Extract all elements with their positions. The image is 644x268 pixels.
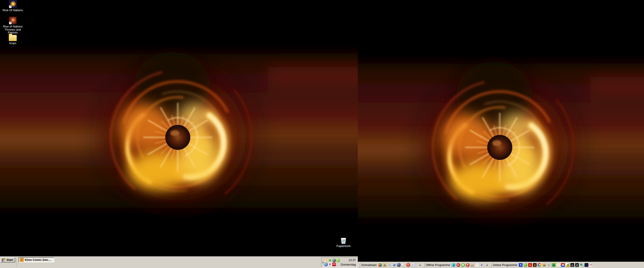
folder-window-icon[interactable]: ▦	[383, 263, 386, 267]
toolbar-online-programme: Online Programme ϟ⇊e✽ω@◆☞☻✎◎∩∿V2	[490, 263, 643, 268]
toolbar-label: Online Programme	[493, 263, 517, 267]
desktop-icon-label: Papierkorb	[336, 245, 350, 248]
monitor-right: Schnellstart ▦∴e◗♪◖✉ » Offline Programme…	[358, 0, 644, 268]
toolbar-grip[interactable]	[359, 263, 360, 267]
tray-row-2: ◠KATi	[324, 263, 340, 266]
red-download-box-icon[interactable]: ⇊	[528, 263, 532, 267]
rise-of-nations-tp-icon: ↗	[9, 17, 16, 24]
network-globe-tray-icon[interactable]: ◠	[324, 263, 328, 266]
windows-flag-icon	[2, 258, 5, 262]
flag-quad-blue	[2, 260, 4, 262]
start-button[interactable]: Start	[1, 257, 15, 263]
toolbar-label: Schnellstart	[361, 263, 376, 267]
monkey-ring-icon[interactable]: ω	[542, 263, 546, 267]
folder-icon	[9, 35, 17, 41]
system-tray: « ◔✽✓ ◠KATi 13:37 Donnerstag	[321, 257, 357, 267]
toolbar-offline-programme: Offline Programme ƒ⊕df♨✎✈ »	[423, 263, 490, 268]
taskbar-left: Start # Kims Comic-Zeichenk... « ◔✽✓ ◠KA…	[0, 257, 358, 268]
music-note-icon[interactable]: ♪	[402, 263, 406, 267]
recycle-arrows-icon: ↺	[342, 239, 345, 242]
teamspeak-headset-icon[interactable]: ∩	[575, 263, 579, 267]
molecule-spheres-icon[interactable]	[580, 263, 584, 267]
toolbar-grip[interactable]	[490, 263, 492, 267]
monitor-left: ↗ Rise Of Nations ↗ Rise of Nations Thro…	[0, 0, 358, 268]
taskbar-separator	[16, 257, 17, 267]
dreamweaver-icon[interactable]: d	[461, 263, 465, 267]
recycle-bin-icon: ↺	[340, 237, 346, 244]
red-blue-mascot-icon[interactable]: ☻	[561, 263, 565, 267]
paint-brush-icon[interactable]: ✎	[475, 263, 479, 267]
ati-tray-icon[interactable]: ATi	[332, 263, 336, 266]
toolbar-overflow-chevron[interactable]: »	[486, 263, 488, 267]
v2-icon[interactable]: V2	[589, 263, 593, 267]
tray-overflow-chevron[interactable]: «	[322, 261, 324, 264]
internet-explorer-icon[interactable]: e	[392, 263, 396, 267]
icq-flower-tray-icon[interactable]: ✽	[328, 259, 332, 262]
scheduler-clock-tray-icon[interactable]: ◔	[324, 259, 328, 262]
start-label: Start	[6, 258, 13, 262]
tank-game-icon[interactable]: ♨	[470, 263, 474, 267]
tray-clock[interactable]: 13:37 Donnerstag	[341, 258, 356, 267]
flame-wallpaper-left	[0, 0, 358, 268]
pinwheel-flower-icon[interactable]: ✽	[538, 263, 541, 267]
tray-row-1: ◔✽✓	[324, 259, 340, 262]
gray-swirl-icon[interactable]: @	[547, 263, 551, 267]
kazaa-diamond-icon[interactable]: ◆	[552, 263, 556, 267]
app-icon: #	[20, 258, 24, 262]
toolbar-overflow-chevron[interactable]: »	[419, 263, 421, 267]
desktop-icon-papierkorb[interactable]: ↺ Papierkorb	[331, 237, 356, 248]
green-check-tray-icon[interactable]: ✓	[336, 259, 340, 262]
desktop-icon-label: Rise of Nations Thrones and Patriots	[0, 25, 25, 34]
emule-dark-icon[interactable]: e	[533, 263, 537, 267]
toolbar-icons: ▦∴e◗♪◖✉	[378, 263, 416, 267]
colorful-sphere-icon[interactable]	[378, 263, 382, 267]
dual-monitor-desktop: ↗ Rise Of Nations ↗ Rise of Nations Thro…	[0, 0, 644, 268]
dark-globe-swoosh-icon[interactable]: ◗	[397, 263, 401, 267]
desktop-icon-rise-of-nations-tp[interactable]: ↗ Rise of Nations Thrones and Patriots	[0, 17, 25, 34]
desktop-icon-label: Kram	[9, 42, 16, 45]
toolbar-label: Offline Programme	[426, 263, 450, 267]
network-places-icon[interactable]: ∴	[388, 263, 391, 267]
toolbar-icons: ϟ⇊e✽ω@◆☞☻✎◎∩∿V2	[519, 263, 594, 267]
mail-icon[interactable]: ✉	[411, 263, 415, 267]
green-sphere-icon[interactable]	[524, 263, 527, 267]
toolbar-grip[interactable]	[423, 263, 424, 267]
task-button-label: Kims Comic-Zeichenk...	[25, 258, 53, 262]
red-media-icon[interactable]: ◖	[406, 263, 410, 267]
flashget-icon[interactable]: ϟ	[519, 263, 522, 267]
dark-graph-icon[interactable]: ∿	[584, 263, 588, 267]
desktop-icon-kram[interactable]: Kram	[0, 33, 25, 45]
task-button-kims-comic[interactable]: # Kims Comic-Zeichenk...	[18, 257, 54, 263]
rainbow-pencil-icon[interactable]: ✎	[566, 263, 570, 267]
flame-wallpaper-right	[358, 0, 644, 268]
flash-icon[interactable]: f	[466, 263, 470, 267]
rise-of-nations-icon: ↗	[9, 0, 16, 8]
teal-swirl-icon[interactable]: ƒ	[452, 263, 456, 267]
red-globe-grid-icon[interactable]: ⊕	[456, 263, 460, 267]
desktop-icon-label: Rise Of Nations	[2, 9, 23, 12]
paper-plane-icon[interactable]: ✈	[480, 263, 484, 267]
flag-quad-yellow	[4, 260, 5, 261]
shortcut-arrow-icon: ↗	[9, 22, 12, 24]
toolbar-icons: ƒ⊕df♨✎✈	[452, 263, 484, 267]
taskbar-right: Schnellstart ▦∴e◗♪◖✉ » Offline Programme…	[358, 262, 644, 268]
clock-time: 13:37	[341, 258, 356, 263]
red-k-tray-icon[interactable]: K	[328, 263, 332, 266]
steam-icon[interactable]: ◎	[570, 263, 574, 267]
pointing-hand-icon[interactable]: ☞	[556, 263, 560, 267]
tray-icon-grid: ◔✽✓ ◠KATi	[324, 259, 340, 266]
desktop-icon-rise-of-nations[interactable]: ↗ Rise Of Nations	[0, 0, 25, 12]
toolbar-schnellstart: Schnellstart ▦∴e◗♪◖✉ »	[358, 263, 423, 268]
shortcut-arrow-icon: ↗	[9, 5, 12, 8]
clock-day: Donnerstag	[341, 263, 356, 267]
dark-sphere-tray-icon[interactable]	[332, 259, 336, 262]
